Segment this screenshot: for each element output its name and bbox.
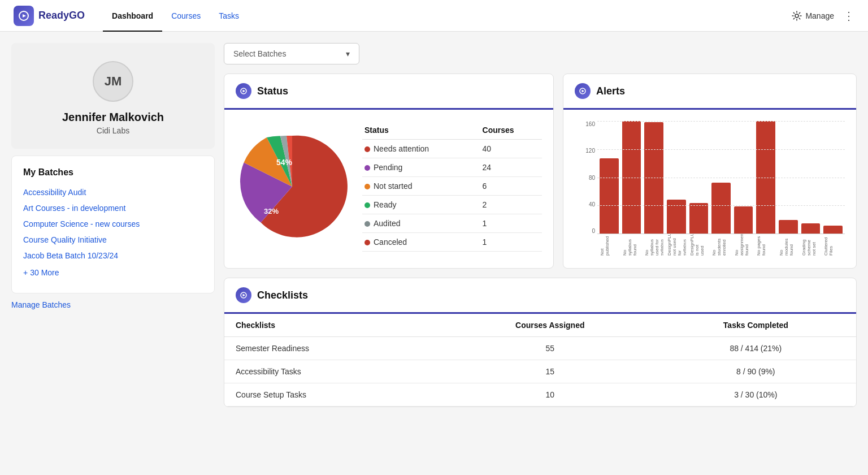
checklists-col3: Tasks Completed [656,314,856,337]
alerts-inner: 160 120 80 40 0 [563,110,856,268]
alert-bar-label: No syllabus used for syllabus [644,234,663,256]
sidebar: JM Jennifer Malkovich Cidi Labs My Batch… [11,43,215,407]
svg-text:32%: 32% [264,207,279,215]
y-label-40: 40 [589,201,595,208]
checklist-name: Course Setup Tasks [224,383,445,407]
app-logo-icon [14,6,34,26]
checklist-name: Accessibility Tasks [224,360,445,383]
status-card-header: Status [224,74,553,110]
checklist-assigned: 55 [445,337,656,360]
svg-text:54%: 54% [276,158,293,167]
alerts-icon [575,83,591,99]
alert-bar-label: DesignPLUS not used for syllabus [667,234,686,256]
avatar: JM [93,61,133,102]
manage-button[interactable]: Manage [792,11,834,21]
status-count: 40 [480,140,542,158]
batch-link-quality[interactable]: Course Quality Initiative [23,232,203,248]
svg-point-2 [795,14,798,18]
select-batches-label: Select Batches [233,49,286,58]
status-label: Pending [362,158,480,177]
checklist-table-row: Semester Readiness 55 88 / 414 (21%) [224,337,856,360]
nav-right: Manage ⋮ [792,9,854,23]
alert-bar-label: No assignments found [734,234,753,256]
status-count: 6 [480,177,542,196]
checklist-completed: 3 / 30 (10%) [656,383,856,407]
status-label: Ready [362,196,480,214]
alert-bar-label: No pages found [756,234,775,256]
batches-title: My Batches [23,167,203,178]
chevron-down-icon: ▾ [346,49,350,58]
alert-bar-label: No modules found [779,234,798,256]
alert-bar-label: Not published [600,234,619,256]
nav-courses[interactable]: Courses [162,0,210,32]
status-table-row: Needs attention 40 [362,140,542,158]
checklists-card: Checklists Checklists Courses Assigned T… [224,278,857,407]
gear-icon [792,11,802,21]
status-label: Audited [362,214,480,233]
alert-bar-label: No students enrolled [711,234,731,256]
select-batches-dropdown[interactable]: Select Batches ▾ [224,43,359,64]
status-inner: 54% 32% Status Courses [224,110,553,263]
svg-marker-1 [23,14,26,18]
nav-tasks[interactable]: Tasks [210,0,248,32]
checklists-col2: Courses Assigned [445,314,656,337]
checklist-table-row: Course Setup Tasks 10 3 / 30 (10%) [224,383,856,407]
plus-icon: + [23,268,28,277]
status-count: 2 [480,196,542,214]
batch-link-cs[interactable]: Computer Science - new courses [23,216,203,232]
status-label: Needs attention [362,140,480,158]
logo-area: ReadyGO [14,6,85,26]
checklists-title: Checklists [257,290,308,301]
status-card: Status [224,74,554,269]
manage-label: Manage [805,11,834,20]
y-label-80: 80 [589,175,595,181]
right-panel: Select Batches ▾ Status [224,43,857,407]
svg-marker-10 [243,294,246,297]
profile-card: JM Jennifer Malkovich Cidi Labs [11,43,215,149]
svg-marker-4 [243,90,246,93]
checklist-assigned: 10 [445,383,656,407]
alert-bar-label: Grading scheme not set [801,234,821,256]
status-table-row: Not started 6 [362,177,542,196]
y-label-120: 120 [585,148,595,154]
checklist-completed: 88 / 414 (21%) [656,337,856,360]
top-navigation: ReadyGO Dashboard Courses Tasks Manage ⋮ [0,0,868,32]
alerts-title: Alerts [596,85,625,97]
courses-col-header: Courses [480,121,542,140]
more-menu-button[interactable]: ⋮ [843,9,854,23]
alerts-card-header: Alerts [563,74,856,110]
pie-chart: 54% 32% [236,130,349,243]
status-icon [236,83,251,99]
app-logo-text: ReadyGO [38,10,85,21]
alert-bar-label: DesignPLUS is not used [689,234,709,256]
user-org: Cidi Labs [97,126,129,135]
manage-batches-link[interactable]: Manage Batches [11,300,215,309]
top-row: Status [224,74,857,269]
status-table: Status Courses Needs attention 40 Pendin… [362,121,542,252]
status-table-row: Audited 1 [362,214,542,233]
alerts-card: Alerts 160 120 80 40 0 [563,74,857,269]
nav-dashboard[interactable]: Dashboard [103,0,162,32]
checklist-assigned: 15 [445,360,656,383]
checklist-table-row: Accessibility Tasks 15 8 / 90 (9%) [224,360,856,383]
alert-bar-label: Cluttered Files [823,234,843,256]
nav-links: Dashboard Courses Tasks [103,0,792,32]
status-title: Status [257,85,288,97]
batch-link-art[interactable]: Art Courses - in development [23,200,203,216]
batches-card: My Batches Accessibility Audit Art Cours… [11,156,215,293]
batch-link-jacob[interactable]: Jacob Beta Batch 10/23/24 [23,248,203,264]
batch-link-accessibility[interactable]: Accessibility Audit [23,184,203,200]
status-table-row: Canceled 1 [362,233,542,252]
checklists-table: Checklists Courses Assigned Tasks Comple… [224,314,856,407]
status-table-row: Pending 24 [362,158,542,177]
alert-bar-label: No syllabus found [622,234,641,256]
svg-marker-8 [582,90,585,93]
status-col-header: Status [362,121,480,140]
main-content: JM Jennifer Malkovich Cidi Labs My Batch… [0,32,868,418]
checklist-completed: 8 / 90 (9%) [656,360,856,383]
more-batches-link[interactable]: + 30 More [23,264,203,282]
status-count: 1 [480,233,542,252]
y-label-0: 0 [592,228,595,234]
status-count: 1 [480,214,542,233]
checklists-card-header: Checklists [224,278,856,314]
